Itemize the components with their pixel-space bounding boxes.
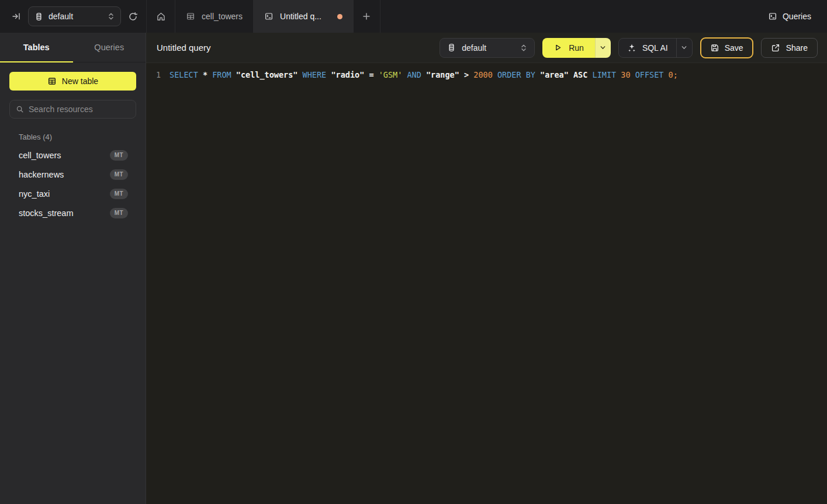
queries-label: Queries: [783, 12, 811, 21]
chevron-down-icon: [681, 44, 687, 51]
top-bar: default: [0, 0, 827, 33]
queries-menu-button[interactable]: Queries: [768, 0, 827, 33]
app-window: default: [0, 0, 827, 504]
play-icon: [553, 43, 562, 52]
refresh-button[interactable]: [128, 12, 138, 22]
database-selector[interactable]: default: [28, 6, 121, 26]
share-label: Share: [786, 43, 808, 53]
search-input[interactable]: [29, 105, 130, 114]
toolbar-database-selector[interactable]: default: [440, 38, 535, 58]
collapse-right-icon: [12, 12, 21, 21]
database-selector-value: default: [49, 12, 73, 21]
table-row-hackernews[interactable]: hackernews MT: [0, 165, 146, 184]
table-row-nyc-taxi[interactable]: nyc_taxi MT: [0, 184, 146, 203]
toolbar-database-value: default: [462, 43, 486, 53]
query-title: Untitled query: [157, 43, 211, 53]
run-label: Run: [569, 43, 584, 53]
table-icon: [47, 77, 57, 86]
new-table-button[interactable]: New table: [9, 72, 136, 91]
code-line-content: SELECT * FROM "cell_towers" WHERE "radio…: [169, 69, 678, 81]
table-name: stocks_stream: [19, 208, 73, 218]
table-row-cell-towers[interactable]: cell_towers MT: [0, 145, 146, 165]
table-row-stocks-stream[interactable]: stocks_stream MT: [0, 203, 146, 223]
table-engine-badge: MT: [110, 208, 128, 218]
tables-section-label: Tables (4): [19, 133, 136, 141]
table-engine-badge: MT: [110, 189, 128, 199]
home-icon: [156, 12, 166, 22]
sidebar: Tables Queries New table: [0, 33, 146, 504]
sql-ai-button-group: SQL AI: [618, 38, 693, 58]
tab-untitled-query[interactable]: Untitled q...: [254, 0, 354, 33]
content-pane: Untitled query default: [146, 33, 827, 504]
query-toolbar: Untitled query default: [146, 33, 827, 63]
search-icon: [16, 105, 24, 113]
table-name: nyc_taxi: [19, 189, 50, 199]
save-icon: [710, 43, 719, 53]
sql-ai-button[interactable]: SQL AI: [619, 39, 676, 57]
run-button[interactable]: Run: [542, 38, 595, 58]
search-resources[interactable]: [9, 100, 136, 119]
tab-home[interactable]: [147, 0, 175, 33]
tab-label: cell_towers: [202, 12, 243, 21]
table-name: cell_towers: [19, 151, 61, 160]
sidebar-tabs: Tables Queries: [0, 33, 146, 62]
sidebar-tab-queries[interactable]: Queries: [73, 33, 146, 62]
save-button[interactable]: Save: [700, 37, 753, 58]
chevron-up-down-icon: [520, 44, 527, 52]
sql-ai-label: SQL AI: [642, 43, 668, 53]
queries-icon: [768, 12, 777, 21]
share-icon: [771, 43, 780, 53]
chevron-down-icon: [600, 44, 606, 51]
top-bar-left: default: [0, 0, 146, 33]
table-icon: [186, 12, 195, 21]
sidebar-tab-tables[interactable]: Tables: [0, 33, 73, 62]
database-icon: [34, 12, 43, 21]
line-number: 1: [146, 69, 164, 81]
sql-ai-options-button[interactable]: [676, 39, 692, 57]
main-area: Tables Queries New table: [0, 33, 827, 504]
sidebar-tab-label: Tables: [23, 43, 50, 52]
table-engine-badge: MT: [110, 169, 128, 180]
share-button[interactable]: Share: [761, 38, 818, 58]
table-name: hackernews: [19, 170, 64, 179]
collapse-sidebar-button[interactable]: [12, 12, 21, 21]
refresh-icon: [128, 12, 138, 22]
sidebar-tab-label: Queries: [94, 43, 124, 52]
unsaved-indicator-dot: [337, 14, 342, 19]
tab-cell-towers[interactable]: cell_towers: [175, 0, 254, 33]
tab-label: Untitled q...: [280, 12, 321, 21]
code-line: 1 SELECT * FROM "cell_towers" WHERE "rad…: [146, 69, 827, 81]
save-label: Save: [725, 43, 743, 53]
database-icon: [447, 43, 456, 52]
new-table-label: New table: [62, 77, 98, 86]
run-options-button[interactable]: [595, 38, 611, 58]
sparkles-icon: [627, 43, 636, 53]
new-tab-button[interactable]: [354, 0, 380, 33]
run-button-group: Run: [542, 38, 611, 58]
sql-editor[interactable]: 1 SELECT * FROM "cell_towers" WHERE "rad…: [146, 63, 827, 504]
table-engine-badge: MT: [110, 150, 128, 161]
chevron-up-down-icon: [108, 12, 115, 20]
tab-strip: cell_towers Untitled q...: [146, 0, 827, 33]
plus-icon: [362, 12, 371, 20]
query-icon: [264, 12, 274, 21]
